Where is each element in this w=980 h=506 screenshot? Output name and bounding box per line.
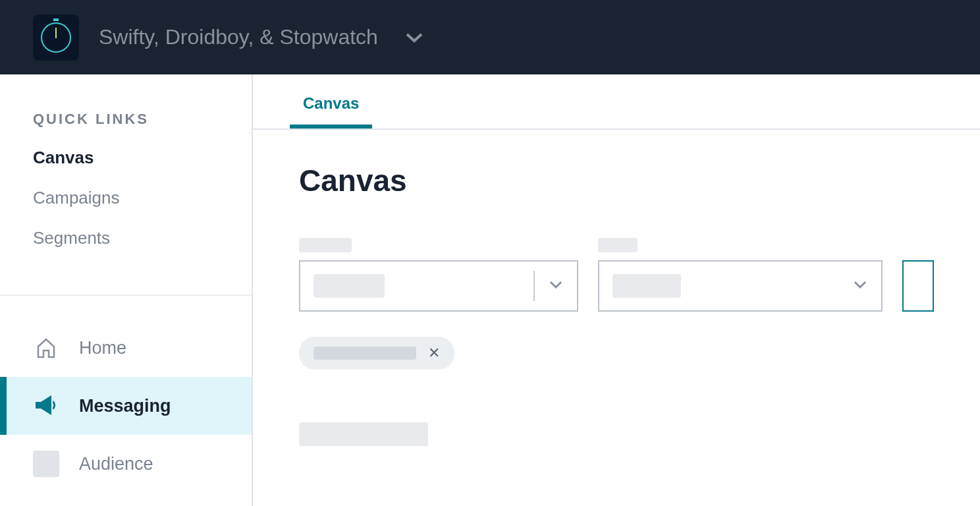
tabs-bar: Canvas — [253, 74, 980, 130]
main-content: Canvas Canvas — [253, 74, 980, 506]
content-area: Canvas — [253, 130, 980, 479]
filter-button-3[interactable] — [902, 260, 934, 312]
filter-select-1[interactable] — [299, 260, 578, 312]
select-value-skeleton — [313, 274, 385, 298]
workspace-logo — [33, 14, 79, 61]
chevron-down-icon[interactable] — [404, 28, 424, 47]
chevron-down-icon — [852, 279, 868, 293]
nav-label: Home — [79, 338, 126, 358]
megaphone-icon — [33, 393, 59, 419]
filters-row — [299, 238, 934, 312]
chip-row: ✕ — [299, 337, 934, 370]
nav-item-messaging[interactable]: Messaging — [0, 377, 252, 435]
nav-item-home[interactable]: Home — [0, 319, 252, 377]
chip-text-skeleton — [313, 347, 416, 360]
audience-icon — [33, 451, 59, 477]
nav-section: Home Messaging Audience — [0, 296, 252, 493]
select-value-skeleton — [612, 274, 681, 298]
quick-link-segments[interactable]: Segments — [33, 228, 219, 248]
chevron-down-icon — [548, 279, 564, 293]
tab-canvas[interactable]: Canvas — [290, 74, 372, 128]
filter-label-skeleton — [299, 238, 352, 252]
app-header: Swifty, Droidboy, & Stopwatch — [0, 0, 980, 74]
quick-link-campaigns[interactable]: Campaigns — [33, 188, 219, 208]
filter-select-2[interactable] — [598, 260, 883, 312]
body-container: QUICK LINKS Canvas Campaigns Segments Ho… — [0, 74, 980, 506]
stopwatch-icon — [41, 22, 71, 53]
workspace-selector[interactable]: Swifty, Droidboy, & Stopwatch — [99, 25, 378, 49]
section-label-skeleton — [299, 422, 428, 446]
close-icon[interactable]: ✕ — [428, 345, 440, 362]
select-divider — [533, 271, 535, 301]
quick-links-title: QUICK LINKS — [33, 111, 219, 128]
filter-label-skeleton — [598, 238, 638, 252]
nav-label: Audience — [79, 454, 153, 474]
quick-link-canvas[interactable]: Canvas — [33, 148, 219, 168]
home-icon — [33, 335, 59, 361]
page-title: Canvas — [299, 163, 934, 198]
sidebar: QUICK LINKS Canvas Campaigns Segments Ho… — [0, 74, 253, 506]
filter-group-2 — [598, 238, 883, 312]
filter-chip: ✕ — [299, 337, 454, 370]
filter-group-3 — [902, 238, 934, 312]
quick-links-section: QUICK LINKS Canvas Campaigns Segments — [0, 74, 252, 296]
nav-item-audience[interactable]: Audience — [0, 435, 252, 493]
nav-label: Messaging — [79, 396, 171, 416]
filter-group-1 — [299, 238, 578, 312]
